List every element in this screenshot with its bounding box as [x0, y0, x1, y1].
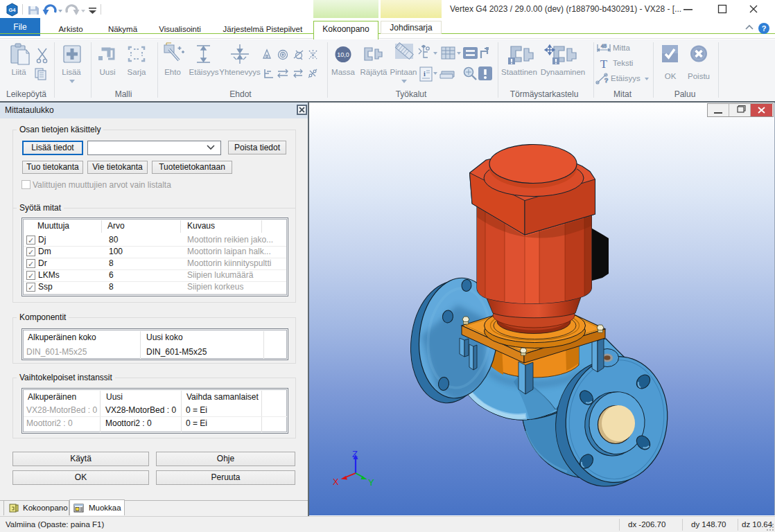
- svg-text:10,0: 10,0: [337, 51, 349, 58]
- svg-text:Z: Z: [352, 449, 358, 459]
- svg-text:T: T: [600, 57, 608, 71]
- svg-text:X: X: [333, 477, 339, 487]
- svg-text:G4: G4: [8, 7, 16, 13]
- svg-text:Y: Y: [368, 477, 374, 488]
- svg-text:?: ?: [604, 77, 608, 84]
- svg-text:?: ?: [762, 24, 767, 33]
- svg-text:i: i: [424, 70, 426, 78]
- svg-text:45: 45: [601, 44, 607, 48]
